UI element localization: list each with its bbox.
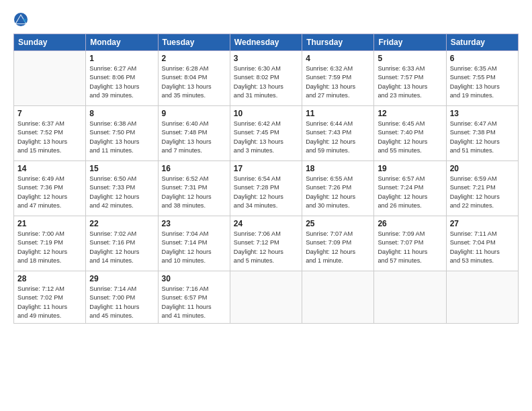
day-number: 18 bbox=[306, 164, 370, 173]
page: SundayMondayTuesdayWednesdayThursdayFrid… bbox=[0, 0, 532, 411]
day-number: 23 bbox=[162, 219, 226, 228]
day-number: 25 bbox=[306, 219, 370, 228]
day-detail: Sunrise: 7:04 AM Sunset: 7:14 PM Dayligh… bbox=[162, 230, 226, 265]
weekday-wednesday: Wednesday bbox=[230, 34, 302, 51]
day-detail: Sunrise: 6:35 AM Sunset: 7:55 PM Dayligh… bbox=[450, 64, 515, 100]
day-detail: Sunrise: 7:14 AM Sunset: 7:00 PM Dayligh… bbox=[89, 285, 154, 320]
day-number: 21 bbox=[17, 219, 82, 228]
day-number: 14 bbox=[17, 164, 82, 173]
day-detail: Sunrise: 6:40 AM Sunset: 7:48 PM Dayligh… bbox=[162, 120, 226, 155]
day-number: 7 bbox=[17, 109, 82, 118]
calendar-cell bbox=[446, 271, 518, 324]
calendar-cell: 15Sunrise: 6:50 AM Sunset: 7:33 PM Dayli… bbox=[86, 161, 158, 216]
day-number: 24 bbox=[234, 219, 298, 228]
calendar-cell: 1Sunrise: 6:27 AM Sunset: 8:06 PM Daylig… bbox=[86, 51, 158, 106]
calendar-cell: 18Sunrise: 6:55 AM Sunset: 7:26 PM Dayli… bbox=[302, 161, 374, 216]
calendar-cell bbox=[230, 271, 302, 324]
day-number: 15 bbox=[89, 164, 154, 173]
day-detail: Sunrise: 6:45 AM Sunset: 7:40 PM Dayligh… bbox=[378, 120, 442, 155]
day-detail: Sunrise: 7:06 AM Sunset: 7:12 PM Dayligh… bbox=[234, 230, 298, 265]
calendar-cell: 5Sunrise: 6:33 AM Sunset: 7:57 PM Daylig… bbox=[374, 51, 446, 106]
day-number: 8 bbox=[89, 109, 154, 118]
calendar-cell: 16Sunrise: 6:52 AM Sunset: 7:31 PM Dayli… bbox=[158, 161, 230, 216]
header bbox=[13, 12, 519, 27]
calendar-cell: 8Sunrise: 6:38 AM Sunset: 7:50 PM Daylig… bbox=[86, 106, 158, 161]
calendar-cell bbox=[14, 51, 86, 106]
calendar-cell: 19Sunrise: 6:57 AM Sunset: 7:24 PM Dayli… bbox=[374, 161, 446, 216]
weekday-friday: Friday bbox=[374, 34, 446, 51]
calendar-cell bbox=[302, 271, 374, 324]
day-number: 11 bbox=[306, 109, 370, 118]
day-detail: Sunrise: 6:32 AM Sunset: 7:59 PM Dayligh… bbox=[306, 64, 370, 100]
day-detail: Sunrise: 6:38 AM Sunset: 7:50 PM Dayligh… bbox=[89, 120, 154, 155]
day-detail: Sunrise: 7:12 AM Sunset: 7:02 PM Dayligh… bbox=[17, 285, 82, 320]
calendar-cell: 11Sunrise: 6:44 AM Sunset: 7:43 PM Dayli… bbox=[302, 106, 374, 161]
day-number: 4 bbox=[306, 54, 370, 63]
calendar-cell: 25Sunrise: 7:07 AM Sunset: 7:09 PM Dayli… bbox=[302, 216, 374, 271]
day-detail: Sunrise: 7:00 AM Sunset: 7:19 PM Dayligh… bbox=[17, 230, 82, 265]
weekday-monday: Monday bbox=[86, 34, 158, 51]
calendar-week-row: 14Sunrise: 6:49 AM Sunset: 7:36 PM Dayli… bbox=[14, 161, 519, 216]
day-detail: Sunrise: 6:30 AM Sunset: 8:02 PM Dayligh… bbox=[234, 64, 298, 100]
calendar-cell: 21Sunrise: 7:00 AM Sunset: 7:19 PM Dayli… bbox=[14, 216, 86, 271]
day-detail: Sunrise: 7:02 AM Sunset: 7:16 PM Dayligh… bbox=[89, 230, 154, 265]
day-detail: Sunrise: 6:44 AM Sunset: 7:43 PM Dayligh… bbox=[306, 120, 370, 155]
calendar-cell: 22Sunrise: 7:02 AM Sunset: 7:16 PM Dayli… bbox=[86, 216, 158, 271]
calendar-cell: 17Sunrise: 6:54 AM Sunset: 7:28 PM Dayli… bbox=[230, 161, 302, 216]
calendar-cell: 13Sunrise: 6:47 AM Sunset: 7:38 PM Dayli… bbox=[446, 106, 518, 161]
day-detail: Sunrise: 6:59 AM Sunset: 7:21 PM Dayligh… bbox=[450, 175, 515, 210]
calendar-cell bbox=[374, 271, 446, 324]
calendar-cell: 20Sunrise: 6:59 AM Sunset: 7:21 PM Dayli… bbox=[446, 161, 518, 216]
day-number: 3 bbox=[234, 54, 298, 63]
calendar-week-row: 28Sunrise: 7:12 AM Sunset: 7:02 PM Dayli… bbox=[14, 271, 519, 324]
day-detail: Sunrise: 7:11 AM Sunset: 7:04 PM Dayligh… bbox=[450, 230, 515, 265]
day-number: 5 bbox=[378, 54, 442, 63]
day-number: 6 bbox=[450, 54, 515, 63]
day-number: 26 bbox=[378, 219, 442, 228]
weekday-tuesday: Tuesday bbox=[158, 34, 230, 51]
day-detail: Sunrise: 6:42 AM Sunset: 7:45 PM Dayligh… bbox=[234, 120, 298, 155]
calendar-cell: 29Sunrise: 7:14 AM Sunset: 7:00 PM Dayli… bbox=[86, 271, 158, 324]
calendar-cell: 6Sunrise: 6:35 AM Sunset: 7:55 PM Daylig… bbox=[446, 51, 518, 106]
calendar-cell: 2Sunrise: 6:28 AM Sunset: 8:04 PM Daylig… bbox=[158, 51, 230, 106]
day-number: 2 bbox=[162, 54, 226, 63]
calendar-cell: 7Sunrise: 6:37 AM Sunset: 7:52 PM Daylig… bbox=[14, 106, 86, 161]
calendar-week-row: 1Sunrise: 6:27 AM Sunset: 8:06 PM Daylig… bbox=[14, 51, 519, 106]
calendar-cell: 3Sunrise: 6:30 AM Sunset: 8:02 PM Daylig… bbox=[230, 51, 302, 106]
weekday-thursday: Thursday bbox=[302, 34, 374, 51]
day-detail: Sunrise: 7:07 AM Sunset: 7:09 PM Dayligh… bbox=[306, 230, 370, 265]
day-number: 19 bbox=[378, 164, 442, 173]
day-number: 30 bbox=[162, 274, 226, 283]
day-detail: Sunrise: 6:37 AM Sunset: 7:52 PM Dayligh… bbox=[17, 120, 82, 155]
calendar-cell: 28Sunrise: 7:12 AM Sunset: 7:02 PM Dayli… bbox=[14, 271, 86, 324]
calendar-cell: 27Sunrise: 7:11 AM Sunset: 7:04 PM Dayli… bbox=[446, 216, 518, 271]
day-number: 17 bbox=[234, 164, 298, 173]
day-number: 27 bbox=[450, 219, 515, 228]
calendar-table: SundayMondayTuesdayWednesdayThursdayFrid… bbox=[13, 34, 519, 324]
day-detail: Sunrise: 7:16 AM Sunset: 6:57 PM Dayligh… bbox=[162, 285, 226, 320]
calendar-week-row: 21Sunrise: 7:00 AM Sunset: 7:19 PM Dayli… bbox=[14, 216, 519, 271]
day-detail: Sunrise: 6:54 AM Sunset: 7:28 PM Dayligh… bbox=[234, 175, 298, 210]
calendar-cell: 12Sunrise: 6:45 AM Sunset: 7:40 PM Dayli… bbox=[374, 106, 446, 161]
calendar-cell: 9Sunrise: 6:40 AM Sunset: 7:48 PM Daylig… bbox=[158, 106, 230, 161]
day-number: 20 bbox=[450, 164, 515, 173]
calendar-cell: 4Sunrise: 6:32 AM Sunset: 7:59 PM Daylig… bbox=[302, 51, 374, 106]
day-number: 12 bbox=[378, 109, 442, 118]
day-detail: Sunrise: 6:55 AM Sunset: 7:26 PM Dayligh… bbox=[306, 175, 370, 210]
calendar-week-row: 7Sunrise: 6:37 AM Sunset: 7:52 PM Daylig… bbox=[14, 106, 519, 161]
logo-icon bbox=[13, 12, 28, 27]
logo bbox=[13, 12, 31, 27]
day-number: 28 bbox=[17, 274, 82, 283]
calendar-cell: 26Sunrise: 7:09 AM Sunset: 7:07 PM Dayli… bbox=[374, 216, 446, 271]
day-number: 10 bbox=[234, 109, 298, 118]
calendar-cell: 14Sunrise: 6:49 AM Sunset: 7:36 PM Dayli… bbox=[14, 161, 86, 216]
calendar-cell: 24Sunrise: 7:06 AM Sunset: 7:12 PM Dayli… bbox=[230, 216, 302, 271]
day-number: 16 bbox=[162, 164, 226, 173]
weekday-saturday: Saturday bbox=[446, 34, 518, 51]
calendar-cell: 10Sunrise: 6:42 AM Sunset: 7:45 PM Dayli… bbox=[230, 106, 302, 161]
day-number: 13 bbox=[450, 109, 515, 118]
day-detail: Sunrise: 6:57 AM Sunset: 7:24 PM Dayligh… bbox=[378, 175, 442, 210]
weekday-header-row: SundayMondayTuesdayWednesdayThursdayFrid… bbox=[14, 34, 519, 51]
day-detail: Sunrise: 6:33 AM Sunset: 7:57 PM Dayligh… bbox=[378, 64, 442, 100]
day-detail: Sunrise: 6:47 AM Sunset: 7:38 PM Dayligh… bbox=[450, 120, 515, 155]
